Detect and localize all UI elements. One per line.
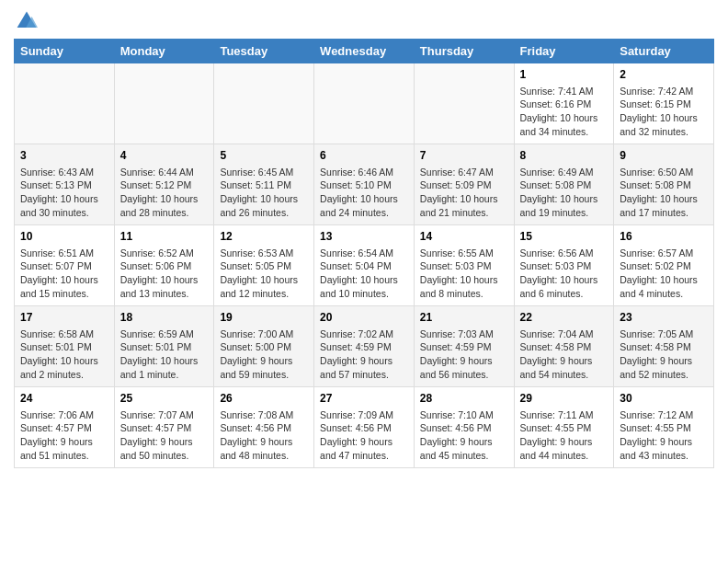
calendar-table: SundayMondayTuesdayWednesdayThursdayFrid… <box>14 39 714 468</box>
day-info: Sunrise: 7:04 AM Sunset: 4:58 PM Dayligh… <box>520 327 609 382</box>
calendar-cell: 19Sunrise: 7:00 AM Sunset: 5:00 PM Dayli… <box>214 306 314 387</box>
calendar-header-monday: Monday <box>114 40 214 63</box>
calendar-cell: 27Sunrise: 7:09 AM Sunset: 4:56 PM Dayli… <box>314 387 415 468</box>
calendar-cell: 7Sunrise: 6:47 AM Sunset: 5:09 PM Daylig… <box>414 144 514 225</box>
logo-text-block <box>14 9 38 31</box>
day-info: Sunrise: 6:47 AM Sunset: 5:09 PM Dayligh… <box>420 166 508 220</box>
calendar-cell: 20Sunrise: 7:02 AM Sunset: 4:59 PM Dayli… <box>314 306 415 387</box>
day-number: 22 <box>520 310 609 326</box>
calendar-header-friday: Friday <box>514 40 614 63</box>
day-info: Sunrise: 7:03 AM Sunset: 4:59 PM Dayligh… <box>420 327 508 382</box>
day-number: 16 <box>620 229 708 245</box>
calendar-cell: 22Sunrise: 7:04 AM Sunset: 4:58 PM Dayli… <box>514 306 614 387</box>
day-number: 25 <box>120 391 209 407</box>
day-number: 14 <box>420 229 508 245</box>
day-info: Sunrise: 7:05 AM Sunset: 4:58 PM Dayligh… <box>620 327 708 382</box>
calendar-week-5: 24Sunrise: 7:06 AM Sunset: 4:57 PM Dayli… <box>15 387 714 468</box>
calendar-cell: 23Sunrise: 7:05 AM Sunset: 4:58 PM Dayli… <box>614 306 714 387</box>
calendar-cell <box>314 63 415 144</box>
day-info: Sunrise: 7:10 AM Sunset: 4:56 PM Dayligh… <box>420 408 508 463</box>
calendar-cell: 13Sunrise: 6:54 AM Sunset: 5:04 PM Dayli… <box>314 225 415 306</box>
day-info: Sunrise: 7:09 AM Sunset: 4:56 PM Dayligh… <box>320 408 408 463</box>
day-number: 24 <box>20 391 108 407</box>
day-info: Sunrise: 6:43 AM Sunset: 5:13 PM Dayligh… <box>20 166 108 220</box>
calendar-cell <box>15 63 115 144</box>
day-info: Sunrise: 6:56 AM Sunset: 5:03 PM Dayligh… <box>520 247 609 301</box>
day-number: 18 <box>120 310 209 326</box>
day-number: 11 <box>120 229 209 245</box>
day-number: 17 <box>20 310 108 326</box>
day-info: Sunrise: 6:55 AM Sunset: 5:03 PM Dayligh… <box>420 247 508 301</box>
day-info: Sunrise: 6:46 AM Sunset: 5:10 PM Dayligh… <box>320 166 408 220</box>
calendar-week-2: 3Sunrise: 6:43 AM Sunset: 5:13 PM Daylig… <box>15 144 714 225</box>
day-info: Sunrise: 6:54 AM Sunset: 5:04 PM Dayligh… <box>320 247 408 301</box>
page: SundayMondayTuesdayWednesdayThursdayFrid… <box>0 0 728 477</box>
day-number: 12 <box>220 229 308 245</box>
day-info: Sunrise: 7:12 AM Sunset: 4:55 PM Dayligh… <box>620 408 708 463</box>
day-number: 2 <box>620 67 708 83</box>
day-info: Sunrise: 6:52 AM Sunset: 5:06 PM Dayligh… <box>120 247 209 301</box>
calendar-header-row: SundayMondayTuesdayWednesdayThursdayFrid… <box>15 40 714 63</box>
calendar-week-1: 1Sunrise: 7:41 AM Sunset: 6:16 PM Daylig… <box>15 63 714 144</box>
calendar-cell <box>414 63 514 144</box>
calendar-cell: 24Sunrise: 7:06 AM Sunset: 4:57 PM Dayli… <box>15 387 115 468</box>
day-number: 13 <box>320 229 408 245</box>
logo-line <box>14 9 38 31</box>
day-info: Sunrise: 7:42 AM Sunset: 6:15 PM Dayligh… <box>620 85 708 139</box>
calendar-cell: 1Sunrise: 7:41 AM Sunset: 6:16 PM Daylig… <box>514 63 614 144</box>
day-info: Sunrise: 7:08 AM Sunset: 4:56 PM Dayligh… <box>220 408 308 463</box>
day-number: 29 <box>520 391 609 407</box>
day-number: 30 <box>620 391 708 407</box>
day-info: Sunrise: 6:50 AM Sunset: 5:08 PM Dayligh… <box>620 166 708 220</box>
calendar-cell: 12Sunrise: 6:53 AM Sunset: 5:05 PM Dayli… <box>214 225 314 306</box>
logo <box>14 9 38 31</box>
day-info: Sunrise: 6:57 AM Sunset: 5:02 PM Dayligh… <box>620 247 708 301</box>
calendar-cell: 29Sunrise: 7:11 AM Sunset: 4:55 PM Dayli… <box>514 387 614 468</box>
calendar-cell: 16Sunrise: 6:57 AM Sunset: 5:02 PM Dayli… <box>614 225 714 306</box>
calendar-cell <box>214 63 314 144</box>
calendar-cell: 14Sunrise: 6:55 AM Sunset: 5:03 PM Dayli… <box>414 225 514 306</box>
header <box>14 9 714 31</box>
calendar-header-wednesday: Wednesday <box>314 40 415 63</box>
day-number: 27 <box>320 391 408 407</box>
day-number: 28 <box>420 391 508 407</box>
day-info: Sunrise: 7:11 AM Sunset: 4:55 PM Dayligh… <box>520 408 609 463</box>
calendar-cell: 4Sunrise: 6:44 AM Sunset: 5:12 PM Daylig… <box>114 144 214 225</box>
day-info: Sunrise: 6:51 AM Sunset: 5:07 PM Dayligh… <box>20 247 108 301</box>
calendar-header-tuesday: Tuesday <box>214 40 314 63</box>
day-info: Sunrise: 7:07 AM Sunset: 4:57 PM Dayligh… <box>120 408 209 463</box>
day-number: 1 <box>520 67 609 83</box>
day-number: 9 <box>620 148 708 164</box>
calendar-cell: 9Sunrise: 6:50 AM Sunset: 5:08 PM Daylig… <box>614 144 714 225</box>
calendar-cell: 6Sunrise: 6:46 AM Sunset: 5:10 PM Daylig… <box>314 144 415 225</box>
day-info: Sunrise: 6:45 AM Sunset: 5:11 PM Dayligh… <box>220 166 308 220</box>
day-info: Sunrise: 6:53 AM Sunset: 5:05 PM Dayligh… <box>220 247 308 301</box>
day-info: Sunrise: 7:06 AM Sunset: 4:57 PM Dayligh… <box>20 408 108 463</box>
day-info: Sunrise: 6:49 AM Sunset: 5:08 PM Dayligh… <box>520 166 609 220</box>
day-info: Sunrise: 7:00 AM Sunset: 5:00 PM Dayligh… <box>220 327 308 382</box>
day-info: Sunrise: 6:44 AM Sunset: 5:12 PM Dayligh… <box>120 166 209 220</box>
day-number: 19 <box>220 310 308 326</box>
calendar-cell: 3Sunrise: 6:43 AM Sunset: 5:13 PM Daylig… <box>15 144 115 225</box>
day-number: 6 <box>320 148 408 164</box>
day-info: Sunrise: 6:59 AM Sunset: 5:01 PM Dayligh… <box>120 327 209 382</box>
calendar-cell: 11Sunrise: 6:52 AM Sunset: 5:06 PM Dayli… <box>114 225 214 306</box>
day-number: 8 <box>520 148 609 164</box>
calendar-cell <box>114 63 214 144</box>
logo-icon <box>16 9 38 31</box>
day-number: 21 <box>420 310 508 326</box>
day-number: 26 <box>220 391 308 407</box>
day-info: Sunrise: 7:41 AM Sunset: 6:16 PM Dayligh… <box>520 85 609 139</box>
calendar-cell: 30Sunrise: 7:12 AM Sunset: 4:55 PM Dayli… <box>614 387 714 468</box>
day-number: 5 <box>220 148 308 164</box>
calendar-cell: 28Sunrise: 7:10 AM Sunset: 4:56 PM Dayli… <box>414 387 514 468</box>
calendar-cell: 2Sunrise: 7:42 AM Sunset: 6:15 PM Daylig… <box>614 63 714 144</box>
day-number: 10 <box>20 229 108 245</box>
calendar-cell: 10Sunrise: 6:51 AM Sunset: 5:07 PM Dayli… <box>15 225 115 306</box>
calendar-cell: 18Sunrise: 6:59 AM Sunset: 5:01 PM Dayli… <box>114 306 214 387</box>
calendar-header-saturday: Saturday <box>614 40 714 63</box>
calendar-cell: 8Sunrise: 6:49 AM Sunset: 5:08 PM Daylig… <box>514 144 614 225</box>
day-number: 4 <box>120 148 209 164</box>
calendar-header-thursday: Thursday <box>414 40 514 63</box>
day-number: 23 <box>620 310 708 326</box>
